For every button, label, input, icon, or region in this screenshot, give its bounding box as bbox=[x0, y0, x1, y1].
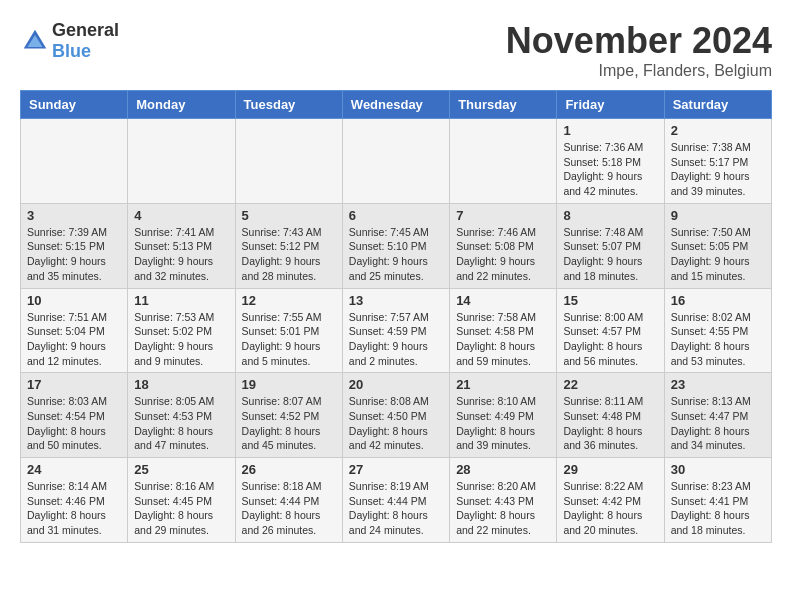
day-of-week-header: Friday bbox=[557, 91, 664, 119]
days-of-week-row: SundayMondayTuesdayWednesdayThursdayFrid… bbox=[21, 91, 772, 119]
day-number: 23 bbox=[671, 377, 765, 392]
calendar-cell: 12Sunrise: 7:55 AM Sunset: 5:01 PM Dayli… bbox=[235, 288, 342, 373]
day-info: Sunrise: 7:43 AM Sunset: 5:12 PM Dayligh… bbox=[242, 225, 336, 284]
calendar-cell: 7Sunrise: 7:46 AM Sunset: 5:08 PM Daylig… bbox=[450, 203, 557, 288]
day-info: Sunrise: 8:10 AM Sunset: 4:49 PM Dayligh… bbox=[456, 394, 550, 453]
location: Impe, Flanders, Belgium bbox=[506, 62, 772, 80]
day-info: Sunrise: 7:58 AM Sunset: 4:58 PM Dayligh… bbox=[456, 310, 550, 369]
calendar-cell bbox=[450, 119, 557, 204]
day-info: Sunrise: 7:45 AM Sunset: 5:10 PM Dayligh… bbox=[349, 225, 443, 284]
day-number: 30 bbox=[671, 462, 765, 477]
calendar-header: SundayMondayTuesdayWednesdayThursdayFrid… bbox=[21, 91, 772, 119]
calendar-cell: 18Sunrise: 8:05 AM Sunset: 4:53 PM Dayli… bbox=[128, 373, 235, 458]
day-number: 3 bbox=[27, 208, 121, 223]
day-number: 17 bbox=[27, 377, 121, 392]
day-number: 21 bbox=[456, 377, 550, 392]
calendar-cell bbox=[342, 119, 449, 204]
day-info: Sunrise: 8:13 AM Sunset: 4:47 PM Dayligh… bbox=[671, 394, 765, 453]
day-number: 28 bbox=[456, 462, 550, 477]
day-number: 8 bbox=[563, 208, 657, 223]
day-number: 18 bbox=[134, 377, 228, 392]
day-number: 9 bbox=[671, 208, 765, 223]
day-number: 13 bbox=[349, 293, 443, 308]
calendar-cell: 2Sunrise: 7:38 AM Sunset: 5:17 PM Daylig… bbox=[664, 119, 771, 204]
calendar-cell: 6Sunrise: 7:45 AM Sunset: 5:10 PM Daylig… bbox=[342, 203, 449, 288]
day-number: 22 bbox=[563, 377, 657, 392]
day-info: Sunrise: 8:14 AM Sunset: 4:46 PM Dayligh… bbox=[27, 479, 121, 538]
calendar-cell bbox=[21, 119, 128, 204]
day-number: 29 bbox=[563, 462, 657, 477]
calendar-cell: 22Sunrise: 8:11 AM Sunset: 4:48 PM Dayli… bbox=[557, 373, 664, 458]
calendar-cell: 9Sunrise: 7:50 AM Sunset: 5:05 PM Daylig… bbox=[664, 203, 771, 288]
calendar-cell: 4Sunrise: 7:41 AM Sunset: 5:13 PM Daylig… bbox=[128, 203, 235, 288]
day-of-week-header: Tuesday bbox=[235, 91, 342, 119]
calendar-week-row: 24Sunrise: 8:14 AM Sunset: 4:46 PM Dayli… bbox=[21, 458, 772, 543]
calendar-cell: 8Sunrise: 7:48 AM Sunset: 5:07 PM Daylig… bbox=[557, 203, 664, 288]
day-info: Sunrise: 8:07 AM Sunset: 4:52 PM Dayligh… bbox=[242, 394, 336, 453]
day-number: 26 bbox=[242, 462, 336, 477]
day-number: 24 bbox=[27, 462, 121, 477]
calendar-cell: 21Sunrise: 8:10 AM Sunset: 4:49 PM Dayli… bbox=[450, 373, 557, 458]
day-info: Sunrise: 7:55 AM Sunset: 5:01 PM Dayligh… bbox=[242, 310, 336, 369]
calendar-cell: 5Sunrise: 7:43 AM Sunset: 5:12 PM Daylig… bbox=[235, 203, 342, 288]
day-info: Sunrise: 7:50 AM Sunset: 5:05 PM Dayligh… bbox=[671, 225, 765, 284]
day-info: Sunrise: 8:11 AM Sunset: 4:48 PM Dayligh… bbox=[563, 394, 657, 453]
day-number: 5 bbox=[242, 208, 336, 223]
day-info: Sunrise: 8:03 AM Sunset: 4:54 PM Dayligh… bbox=[27, 394, 121, 453]
day-number: 20 bbox=[349, 377, 443, 392]
day-of-week-header: Thursday bbox=[450, 91, 557, 119]
logo: General Blue bbox=[20, 20, 119, 62]
day-number: 11 bbox=[134, 293, 228, 308]
day-number: 15 bbox=[563, 293, 657, 308]
logo-blue-text: Blue bbox=[52, 41, 91, 61]
calendar-cell: 10Sunrise: 7:51 AM Sunset: 5:04 PM Dayli… bbox=[21, 288, 128, 373]
day-number: 25 bbox=[134, 462, 228, 477]
day-info: Sunrise: 8:23 AM Sunset: 4:41 PM Dayligh… bbox=[671, 479, 765, 538]
title-section: November 2024 Impe, Flanders, Belgium bbox=[506, 20, 772, 80]
calendar-cell: 27Sunrise: 8:19 AM Sunset: 4:44 PM Dayli… bbox=[342, 458, 449, 543]
day-info: Sunrise: 8:19 AM Sunset: 4:44 PM Dayligh… bbox=[349, 479, 443, 538]
calendar-week-row: 10Sunrise: 7:51 AM Sunset: 5:04 PM Dayli… bbox=[21, 288, 772, 373]
day-number: 27 bbox=[349, 462, 443, 477]
calendar-cell: 28Sunrise: 8:20 AM Sunset: 4:43 PM Dayli… bbox=[450, 458, 557, 543]
day-number: 10 bbox=[27, 293, 121, 308]
page-header: General Blue November 2024 Impe, Flander… bbox=[20, 20, 772, 80]
calendar-cell: 14Sunrise: 7:58 AM Sunset: 4:58 PM Dayli… bbox=[450, 288, 557, 373]
calendar-cell bbox=[128, 119, 235, 204]
day-info: Sunrise: 8:08 AM Sunset: 4:50 PM Dayligh… bbox=[349, 394, 443, 453]
day-info: Sunrise: 8:18 AM Sunset: 4:44 PM Dayligh… bbox=[242, 479, 336, 538]
day-info: Sunrise: 7:39 AM Sunset: 5:15 PM Dayligh… bbox=[27, 225, 121, 284]
calendar-table: SundayMondayTuesdayWednesdayThursdayFrid… bbox=[20, 90, 772, 543]
day-info: Sunrise: 7:41 AM Sunset: 5:13 PM Dayligh… bbox=[134, 225, 228, 284]
calendar-week-row: 1Sunrise: 7:36 AM Sunset: 5:18 PM Daylig… bbox=[21, 119, 772, 204]
day-info: Sunrise: 7:36 AM Sunset: 5:18 PM Dayligh… bbox=[563, 140, 657, 199]
calendar-week-row: 3Sunrise: 7:39 AM Sunset: 5:15 PM Daylig… bbox=[21, 203, 772, 288]
calendar-cell: 23Sunrise: 8:13 AM Sunset: 4:47 PM Dayli… bbox=[664, 373, 771, 458]
logo-icon bbox=[20, 26, 50, 56]
day-info: Sunrise: 8:00 AM Sunset: 4:57 PM Dayligh… bbox=[563, 310, 657, 369]
day-number: 14 bbox=[456, 293, 550, 308]
calendar-cell: 11Sunrise: 7:53 AM Sunset: 5:02 PM Dayli… bbox=[128, 288, 235, 373]
calendar-cell: 26Sunrise: 8:18 AM Sunset: 4:44 PM Dayli… bbox=[235, 458, 342, 543]
month-title: November 2024 bbox=[506, 20, 772, 62]
day-info: Sunrise: 8:02 AM Sunset: 4:55 PM Dayligh… bbox=[671, 310, 765, 369]
day-info: Sunrise: 7:53 AM Sunset: 5:02 PM Dayligh… bbox=[134, 310, 228, 369]
logo-general-text: General bbox=[52, 20, 119, 40]
day-number: 2 bbox=[671, 123, 765, 138]
calendar-cell: 25Sunrise: 8:16 AM Sunset: 4:45 PM Dayli… bbox=[128, 458, 235, 543]
day-number: 16 bbox=[671, 293, 765, 308]
calendar-cell: 20Sunrise: 8:08 AM Sunset: 4:50 PM Dayli… bbox=[342, 373, 449, 458]
day-number: 6 bbox=[349, 208, 443, 223]
calendar-cell: 3Sunrise: 7:39 AM Sunset: 5:15 PM Daylig… bbox=[21, 203, 128, 288]
day-number: 4 bbox=[134, 208, 228, 223]
day-number: 1 bbox=[563, 123, 657, 138]
calendar-cell: 17Sunrise: 8:03 AM Sunset: 4:54 PM Dayli… bbox=[21, 373, 128, 458]
day-of-week-header: Monday bbox=[128, 91, 235, 119]
calendar-cell: 19Sunrise: 8:07 AM Sunset: 4:52 PM Dayli… bbox=[235, 373, 342, 458]
day-info: Sunrise: 7:48 AM Sunset: 5:07 PM Dayligh… bbox=[563, 225, 657, 284]
calendar-cell: 24Sunrise: 8:14 AM Sunset: 4:46 PM Dayli… bbox=[21, 458, 128, 543]
calendar-body: 1Sunrise: 7:36 AM Sunset: 5:18 PM Daylig… bbox=[21, 119, 772, 543]
day-number: 19 bbox=[242, 377, 336, 392]
day-number: 12 bbox=[242, 293, 336, 308]
day-of-week-header: Sunday bbox=[21, 91, 128, 119]
